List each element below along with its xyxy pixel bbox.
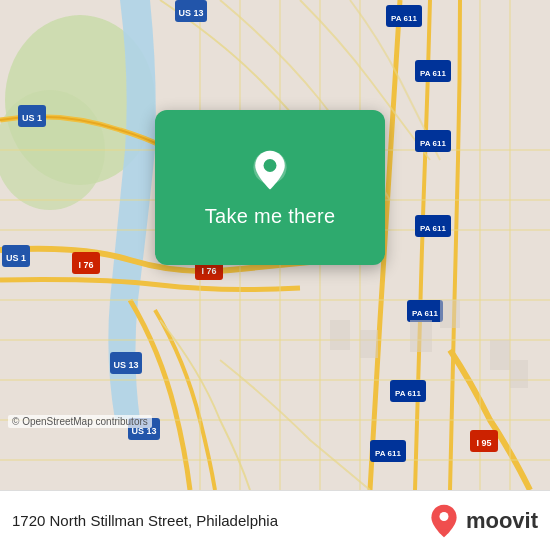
svg-point-57 <box>438 529 449 534</box>
svg-rect-48 <box>330 320 350 350</box>
svg-text:PA 611: PA 611 <box>420 224 446 233</box>
bottom-bar: 1720 North Stillman Street, Philadelphia… <box>0 490 550 550</box>
svg-point-56 <box>439 512 448 521</box>
svg-text:US 13: US 13 <box>178 8 203 18</box>
address-section: 1720 North Stillman Street, Philadelphia <box>12 512 278 529</box>
moovit-logo[interactable]: moovit <box>426 503 538 539</box>
svg-text:US 1: US 1 <box>6 253 26 263</box>
svg-rect-51 <box>440 300 460 328</box>
svg-text:PA 611: PA 611 <box>412 309 438 318</box>
copyright-text: © OpenStreetMap contributors <box>8 415 152 428</box>
location-card[interactable]: Take me there <box>155 110 385 265</box>
svg-text:PA 611: PA 611 <box>395 389 421 398</box>
svg-rect-49 <box>360 330 378 358</box>
svg-text:US 13: US 13 <box>113 360 138 370</box>
svg-text:PA 611: PA 611 <box>375 449 401 458</box>
location-pin-icon <box>246 147 294 195</box>
address-text: 1720 North Stillman Street, Philadelphia <box>12 512 278 529</box>
map-container: US 1 US 1 I 76 I 76 US 13 US 13 US 13 PA… <box>0 0 550 490</box>
svg-text:PA 611: PA 611 <box>391 14 417 23</box>
svg-text:PA 611: PA 611 <box>420 139 446 148</box>
svg-text:I 95: I 95 <box>476 438 491 448</box>
svg-point-55 <box>264 159 277 172</box>
take-me-there-button[interactable]: Take me there <box>205 205 336 228</box>
svg-rect-53 <box>510 360 528 388</box>
moovit-logo-text: moovit <box>466 508 538 534</box>
svg-rect-50 <box>410 320 432 352</box>
moovit-brand-icon <box>426 503 462 539</box>
svg-text:I 76: I 76 <box>201 266 216 276</box>
svg-rect-52 <box>490 340 510 370</box>
svg-text:PA 611: PA 611 <box>420 69 446 78</box>
svg-text:I 76: I 76 <box>78 260 93 270</box>
svg-text:US 1: US 1 <box>22 113 42 123</box>
